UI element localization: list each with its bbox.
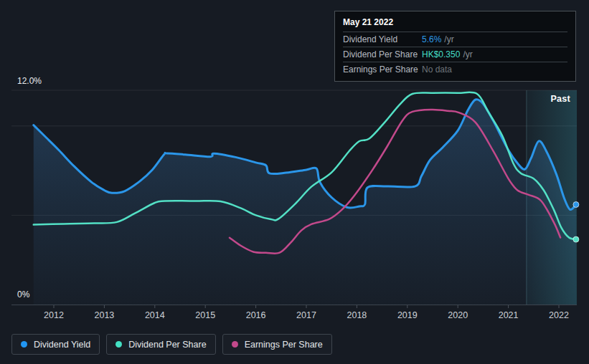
tooltip-row-unit: /yr bbox=[444, 34, 453, 44]
x-axis-label: 2012 bbox=[44, 310, 64, 320]
tooltip-row-label: Dividend Yield bbox=[343, 34, 422, 44]
y-axis-label-max: 12.0% bbox=[17, 76, 42, 86]
x-axis-label: 2018 bbox=[347, 310, 367, 320]
tooltip-row-value: No data bbox=[422, 64, 452, 75]
earnings-per-share-dot-icon bbox=[232, 341, 238, 348]
x-axis-label: 2019 bbox=[397, 310, 418, 320]
x-axis-label: 2020 bbox=[448, 310, 468, 320]
tooltip-row-unit: /yr bbox=[463, 49, 472, 59]
past-region-label: Past bbox=[550, 94, 570, 104]
dividend-per-share-dot-icon bbox=[116, 341, 122, 348]
x-axis-label: 2016 bbox=[246, 310, 266, 320]
x-axis-label: 2014 bbox=[145, 310, 165, 320]
legend-item-label: Dividend Per Share bbox=[128, 340, 206, 350]
legend-item-dividend-yield[interactable]: Dividend Yield bbox=[11, 334, 100, 355]
dividend-history-chart: 12.0% 0% Past 20122013201420152016201720… bbox=[0, 0, 589, 364]
legend-item-dividend-per-share[interactable]: Dividend Per Share bbox=[106, 334, 215, 355]
tooltip-row-label: Earnings Per Share bbox=[343, 64, 422, 75]
x-axis-label: 2022 bbox=[549, 310, 569, 320]
tooltip-row-value: HK$0.350 bbox=[422, 49, 460, 59]
x-axis-label: 2017 bbox=[296, 310, 316, 320]
x-axis-label: 2021 bbox=[499, 310, 519, 320]
legend-item-label: Dividend Yield bbox=[34, 340, 90, 350]
tooltip-row-dividend-yield: Dividend Yield 5.6% /yr bbox=[343, 32, 567, 47]
chart-legend: Dividend Yield Dividend Per Share Earnin… bbox=[11, 334, 332, 355]
y-axis-label-min: 0% bbox=[17, 289, 29, 300]
tooltip-row-earnings-per-share: Earnings Per Share No data bbox=[343, 62, 567, 77]
x-axis-label: 2013 bbox=[94, 310, 114, 320]
dividend-yield-dot-icon bbox=[21, 341, 27, 348]
tooltip-row-value: 5.6% bbox=[422, 34, 441, 44]
chart-tooltip: May 21 2022 Dividend Yield 5.6% /yr Divi… bbox=[334, 11, 576, 82]
tooltip-row-dividend-per-share: Dividend Per Share HK$0.350 /yr bbox=[343, 47, 567, 62]
tooltip-row-label: Dividend Per Share bbox=[343, 49, 422, 59]
legend-item-earnings-per-share[interactable]: Earnings Per Share bbox=[222, 334, 332, 355]
x-axis-label: 2015 bbox=[195, 310, 215, 320]
legend-item-label: Earnings Per Share bbox=[245, 340, 323, 350]
tooltip-date: May 21 2022 bbox=[343, 15, 567, 32]
